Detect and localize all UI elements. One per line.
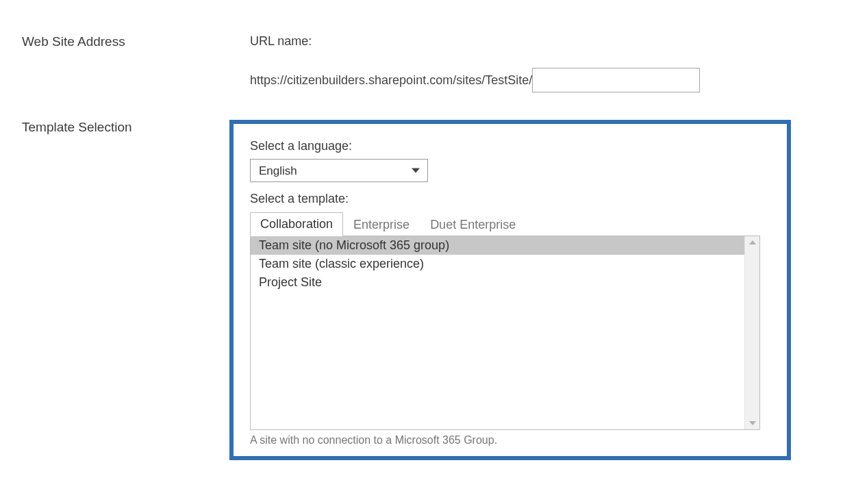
select-template-label: Select a template: (250, 192, 770, 206)
url-prefix-text: https://citizenbuilders.sharepoint.com/s… (250, 73, 532, 88)
template-listbox[interactable]: Team site (no Microsoft 365 group) Team … (251, 236, 744, 429)
scroll-down-icon[interactable] (749, 421, 756, 425)
scroll-up-icon[interactable] (749, 240, 756, 244)
tab-collaboration[interactable]: Collaboration (250, 212, 343, 236)
tab-duet-enterprise[interactable]: Duet Enterprise (420, 213, 526, 236)
web-site-address-content: URL name: https://citizenbuilders.sharep… (229, 34, 856, 92)
list-item[interactable]: Team site (no Microsoft 365 group) (251, 236, 744, 255)
web-site-address-heading: Web Site Address (0, 34, 229, 49)
web-site-address-section: Web Site Address URL name: https://citiz… (0, 0, 856, 92)
language-select-wrap: English (250, 159, 428, 182)
url-input-row: https://citizenbuilders.sharepoint.com/s… (229, 54, 856, 92)
tab-enterprise[interactable]: Enterprise (343, 213, 420, 236)
template-description: A site with no connection to a Microsoft… (250, 430, 770, 446)
language-select[interactable]: English (250, 159, 428, 182)
select-language-label: Select a language: (250, 139, 770, 153)
list-item[interactable]: Project Site (251, 273, 744, 292)
template-selection-heading: Template Selection (0, 120, 229, 135)
url-name-label: URL name: (250, 34, 856, 49)
template-selection-content: Select a language: English Select a temp… (229, 120, 856, 460)
template-selection-highlight: Select a language: English Select a temp… (229, 120, 791, 460)
url-name-input[interactable] (532, 68, 700, 92)
list-item[interactable]: Team site (classic experience) (251, 255, 744, 273)
template-listbox-wrap: Team site (no Microsoft 365 group) Team … (250, 236, 760, 430)
template-selection-section: Template Selection Select a language: En… (0, 92, 856, 460)
template-tabs: Collaboration Enterprise Duet Enterprise (250, 212, 770, 236)
listbox-scrollbar[interactable] (744, 236, 759, 429)
